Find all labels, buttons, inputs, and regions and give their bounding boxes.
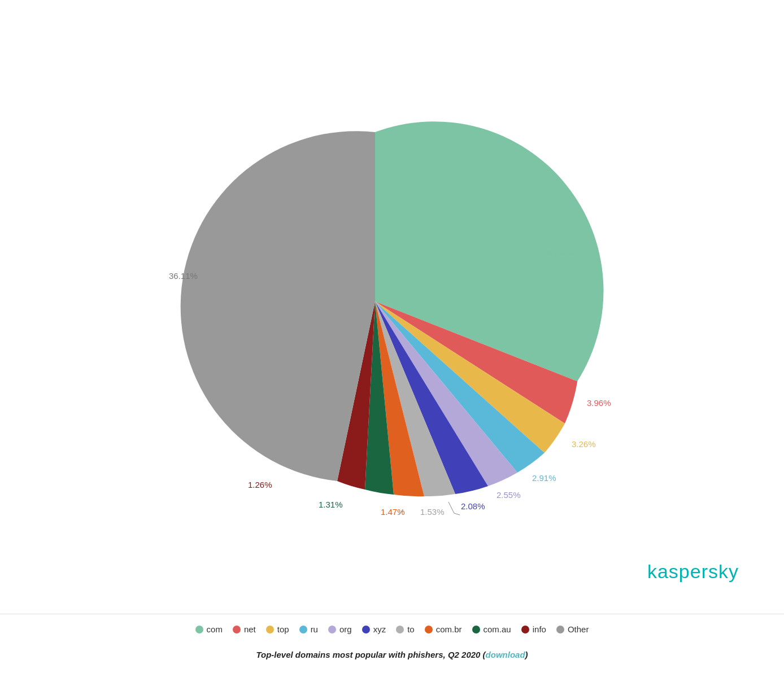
chart-caption: Top-level domains most popular with phis… [256, 640, 528, 673]
label-org: 2.55% [496, 490, 521, 500]
legend-dot-xyz [362, 626, 370, 633]
legend-item-org: org [328, 624, 352, 634]
label-other: 36.11% [169, 271, 198, 281]
label-xyz: 2.08% [461, 501, 485, 511]
segment-other [181, 131, 375, 481]
bracket-line-1 [448, 502, 454, 513]
caption-text-after: ) [525, 650, 528, 659]
legend-label-com: com [207, 624, 223, 634]
caption-text-before: Top-level domains most popular with phis… [256, 650, 485, 659]
legend-item-top: top [266, 624, 289, 634]
legend-dot-com [195, 626, 203, 633]
label-to: 1.53% [420, 507, 445, 517]
legend-label-info: info [533, 624, 546, 634]
pie-area: 43.56% 3.96% 3.26% 2.91% 2.55% 2.08% 1.5… [0, 0, 784, 614]
legend-label-xyz: xyz [373, 624, 386, 634]
legend-label-top: top [277, 624, 289, 634]
legend-item-net: net [233, 624, 256, 634]
legend-dot-other [556, 626, 564, 633]
bracket-line-2 [454, 513, 460, 515]
legend-label-other: Other [568, 624, 589, 634]
chart-legend: com net top ru org xyz to com.br [0, 614, 784, 640]
label-info: 1.26% [248, 480, 272, 490]
chart-container: 43.56% 3.96% 3.26% 2.91% 2.55% 2.08% 1.5… [0, 0, 784, 673]
legend-label-comau: com.au [484, 624, 511, 634]
label-ru: 2.91% [532, 473, 556, 483]
download-link[interactable]: download [486, 650, 525, 659]
legend-dot-to [396, 626, 404, 633]
legend-label-org: org [339, 624, 352, 634]
legend-item-combr: com.br [425, 624, 462, 634]
legend-label-ru: ru [311, 624, 318, 634]
legend-item-comau: com.au [472, 624, 511, 634]
legend-dot-org [328, 626, 336, 633]
legend-dot-net [233, 626, 241, 633]
kaspersky-logo: kaspersky [647, 561, 739, 583]
legend-item-ru: ru [299, 624, 318, 634]
legend-label-net: net [244, 624, 256, 634]
legend-item-other: Other [556, 624, 589, 634]
legend-dot-info [521, 626, 529, 633]
legend-dot-combr [425, 626, 433, 633]
label-net: 3.96% [587, 398, 611, 408]
label-com: 43.56% [545, 248, 573, 258]
legend-item-com: com [195, 624, 223, 634]
label-top: 3.26% [572, 439, 596, 449]
label-comau: 1.31% [319, 500, 343, 509]
legend-label-combr: com.br [436, 624, 462, 634]
legend-item-to: to [396, 624, 415, 634]
legend-dot-top [266, 626, 274, 633]
legend-item-xyz: xyz [362, 624, 386, 634]
pie-chart-svg: 43.56% 3.96% 3.26% 2.91% 2.55% 2.08% 1.5… [81, 93, 703, 522]
legend-item-info: info [521, 624, 546, 634]
legend-dot-ru [299, 626, 307, 633]
legend-dot-comau [472, 626, 480, 633]
legend-label-to: to [407, 624, 415, 634]
